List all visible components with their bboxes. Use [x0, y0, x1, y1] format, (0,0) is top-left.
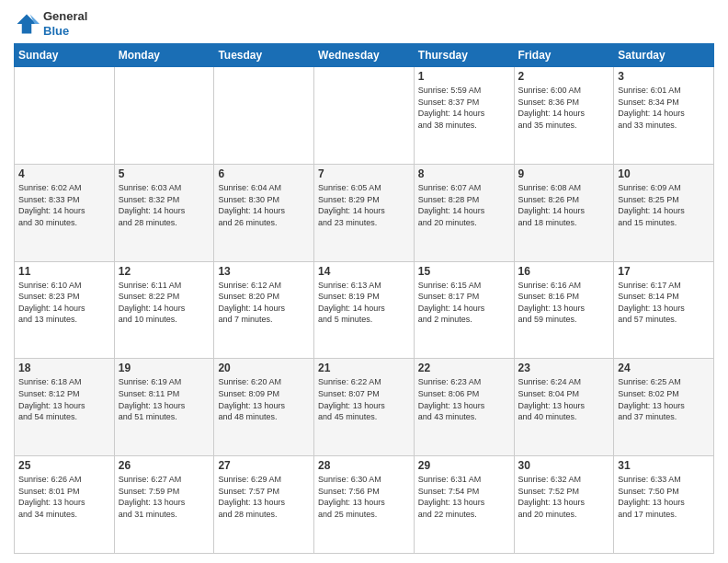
- day-number: 3: [618, 70, 710, 83]
- weekday-wednesday: Wednesday: [314, 44, 415, 67]
- weekday-friday: Friday: [514, 44, 614, 67]
- day-info: Sunrise: 6:23 AM Sunset: 8:06 PM Dayligh…: [418, 376, 510, 422]
- day-number: 19: [119, 362, 210, 374]
- day-number: 8: [418, 167, 510, 180]
- day-cell: 8Sunrise: 6:07 AM Sunset: 8:28 PM Daylig…: [414, 164, 514, 261]
- day-number: 11: [18, 265, 110, 278]
- day-cell: 23Sunrise: 6:24 AM Sunset: 8:04 PM Dayli…: [514, 359, 614, 456]
- day-cell: 20Sunrise: 6:20 AM Sunset: 8:09 PM Dayli…: [214, 359, 314, 456]
- day-cell: 18Sunrise: 6:18 AM Sunset: 8:12 PM Dayli…: [15, 359, 115, 456]
- day-number: 30: [518, 459, 610, 472]
- day-cell: 9Sunrise: 6:08 AM Sunset: 8:26 PM Daylig…: [514, 164, 614, 261]
- day-number: 23: [518, 362, 610, 374]
- day-info: Sunrise: 6:07 AM Sunset: 8:28 PM Dayligh…: [418, 182, 510, 228]
- day-cell: 26Sunrise: 6:27 AM Sunset: 7:59 PM Dayli…: [114, 456, 214, 554]
- day-info: Sunrise: 6:04 AM Sunset: 8:30 PM Dayligh…: [218, 182, 310, 228]
- day-cell: 31Sunrise: 6:33 AM Sunset: 7:50 PM Dayli…: [614, 456, 714, 554]
- day-info: Sunrise: 6:32 AM Sunset: 7:52 PM Dayligh…: [518, 474, 610, 520]
- day-info: Sunrise: 6:16 AM Sunset: 8:16 PM Dayligh…: [518, 280, 610, 326]
- day-info: Sunrise: 6:33 AM Sunset: 7:50 PM Dayligh…: [618, 474, 710, 520]
- day-info: Sunrise: 6:26 AM Sunset: 8:01 PM Dayligh…: [18, 474, 110, 520]
- day-cell: 19Sunrise: 6:19 AM Sunset: 8:11 PM Dayli…: [114, 359, 214, 456]
- weekday-sunday: Sunday: [15, 44, 115, 67]
- day-cell: [15, 67, 115, 165]
- day-info: Sunrise: 6:08 AM Sunset: 8:26 PM Dayligh…: [518, 182, 610, 228]
- day-cell: 13Sunrise: 6:12 AM Sunset: 8:20 PM Dayli…: [214, 261, 314, 359]
- day-info: Sunrise: 6:02 AM Sunset: 8:33 PM Dayligh…: [18, 182, 110, 228]
- day-cell: 25Sunrise: 6:26 AM Sunset: 8:01 PM Dayli…: [15, 456, 115, 554]
- day-number: 12: [119, 265, 210, 278]
- day-cell: [114, 67, 214, 165]
- day-info: Sunrise: 6:17 AM Sunset: 8:14 PM Dayligh…: [618, 280, 710, 326]
- header: General Blue: [14, 9, 714, 38]
- logo: General Blue: [14, 9, 87, 38]
- day-info: Sunrise: 6:09 AM Sunset: 8:25 PM Dayligh…: [618, 182, 710, 228]
- day-number: 24: [618, 362, 710, 374]
- day-cell: 28Sunrise: 6:30 AM Sunset: 7:56 PM Dayli…: [314, 456, 415, 554]
- day-number: 10: [618, 167, 710, 180]
- day-cell: [314, 67, 415, 165]
- day-number: 4: [18, 167, 110, 180]
- day-number: 14: [318, 265, 410, 278]
- day-info: Sunrise: 6:22 AM Sunset: 8:07 PM Dayligh…: [318, 376, 410, 422]
- day-cell: 24Sunrise: 6:25 AM Sunset: 8:02 PM Dayli…: [614, 359, 714, 456]
- day-info: Sunrise: 5:59 AM Sunset: 8:37 PM Dayligh…: [418, 85, 510, 131]
- day-number: 27: [218, 459, 310, 472]
- day-cell: 22Sunrise: 6:23 AM Sunset: 8:06 PM Dayli…: [414, 359, 514, 456]
- day-cell: 16Sunrise: 6:16 AM Sunset: 8:16 PM Dayli…: [514, 261, 614, 359]
- day-number: 6: [218, 167, 310, 180]
- day-cell: 1Sunrise: 5:59 AM Sunset: 8:37 PM Daylig…: [414, 67, 514, 165]
- day-number: 2: [518, 70, 610, 83]
- day-number: 22: [418, 362, 510, 374]
- day-number: 17: [618, 265, 710, 278]
- day-info: Sunrise: 6:19 AM Sunset: 8:11 PM Dayligh…: [119, 376, 210, 422]
- logo-text: General Blue: [43, 9, 87, 38]
- day-cell: 7Sunrise: 6:05 AM Sunset: 8:29 PM Daylig…: [314, 164, 415, 261]
- day-info: Sunrise: 6:20 AM Sunset: 8:09 PM Dayligh…: [218, 376, 310, 422]
- day-cell: 21Sunrise: 6:22 AM Sunset: 8:07 PM Dayli…: [314, 359, 415, 456]
- weekday-monday: Monday: [114, 44, 214, 67]
- week-row-0: 1Sunrise: 5:59 AM Sunset: 8:37 PM Daylig…: [15, 67, 714, 165]
- day-info: Sunrise: 6:10 AM Sunset: 8:23 PM Dayligh…: [18, 280, 110, 326]
- day-info: Sunrise: 6:30 AM Sunset: 7:56 PM Dayligh…: [318, 474, 410, 520]
- weekday-saturday: Saturday: [614, 44, 714, 67]
- day-cell: 4Sunrise: 6:02 AM Sunset: 8:33 PM Daylig…: [15, 164, 115, 261]
- day-info: Sunrise: 6:12 AM Sunset: 8:20 PM Dayligh…: [218, 280, 310, 326]
- day-info: Sunrise: 6:27 AM Sunset: 7:59 PM Dayligh…: [119, 474, 210, 520]
- day-cell: 10Sunrise: 6:09 AM Sunset: 8:25 PM Dayli…: [614, 164, 714, 261]
- day-cell: 6Sunrise: 6:04 AM Sunset: 8:30 PM Daylig…: [214, 164, 314, 261]
- day-number: 9: [518, 167, 610, 180]
- day-number: 26: [119, 459, 210, 472]
- day-cell: 2Sunrise: 6:00 AM Sunset: 8:36 PM Daylig…: [514, 67, 614, 165]
- day-number: 25: [18, 459, 110, 472]
- day-number: 28: [318, 459, 410, 472]
- day-cell: 29Sunrise: 6:31 AM Sunset: 7:54 PM Dayli…: [414, 456, 514, 554]
- day-cell: 3Sunrise: 6:01 AM Sunset: 8:34 PM Daylig…: [614, 67, 714, 165]
- day-number: 20: [218, 362, 310, 374]
- day-number: 1: [418, 70, 510, 83]
- day-cell: 11Sunrise: 6:10 AM Sunset: 8:23 PM Dayli…: [15, 261, 115, 359]
- weekday-thursday: Thursday: [414, 44, 514, 67]
- day-cell: 15Sunrise: 6:15 AM Sunset: 8:17 PM Dayli…: [414, 261, 514, 359]
- day-number: 29: [418, 459, 510, 472]
- day-info: Sunrise: 6:05 AM Sunset: 8:29 PM Dayligh…: [318, 182, 410, 228]
- day-cell: 12Sunrise: 6:11 AM Sunset: 8:22 PM Dayli…: [114, 261, 214, 359]
- week-row-4: 25Sunrise: 6:26 AM Sunset: 8:01 PM Dayli…: [15, 456, 714, 554]
- day-number: 15: [418, 265, 510, 278]
- day-info: Sunrise: 6:18 AM Sunset: 8:12 PM Dayligh…: [18, 376, 110, 422]
- day-info: Sunrise: 6:03 AM Sunset: 8:32 PM Dayligh…: [119, 182, 210, 228]
- day-number: 16: [518, 265, 610, 278]
- day-cell: [214, 67, 314, 165]
- day-number: 31: [618, 459, 710, 472]
- day-info: Sunrise: 6:24 AM Sunset: 8:04 PM Dayligh…: [518, 376, 610, 422]
- day-number: 21: [318, 362, 410, 374]
- svg-marker-1: [17, 14, 37, 33]
- day-info: Sunrise: 6:13 AM Sunset: 8:19 PM Dayligh…: [318, 280, 410, 326]
- day-cell: 14Sunrise: 6:13 AM Sunset: 8:19 PM Dayli…: [314, 261, 415, 359]
- logo-icon: [14, 11, 40, 37]
- page: General Blue SundayMondayTuesdayWednesda…: [0, 0, 728, 563]
- day-info: Sunrise: 6:01 AM Sunset: 8:34 PM Dayligh…: [618, 85, 710, 131]
- day-cell: 30Sunrise: 6:32 AM Sunset: 7:52 PM Dayli…: [514, 456, 614, 554]
- day-number: 5: [119, 167, 210, 180]
- day-info: Sunrise: 6:29 AM Sunset: 7:57 PM Dayligh…: [218, 474, 310, 520]
